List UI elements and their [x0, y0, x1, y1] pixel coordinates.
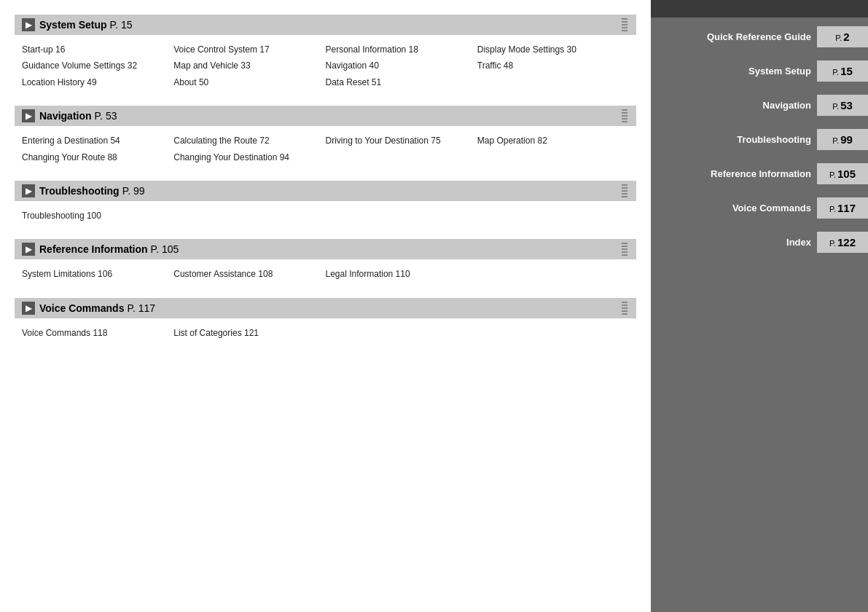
sidebar-entry-label: Navigation — [651, 100, 817, 111]
list-item — [477, 75, 629, 90]
list-item — [477, 267, 629, 281]
section-items-reference-information: System Limitations 106Customer Assistanc… — [15, 264, 636, 284]
sidebar-entry-label: Voice Commands — [651, 203, 817, 213]
list-item: Customer Assistance 108 — [173, 267, 325, 281]
list-item: Navigation 40 — [326, 58, 477, 73]
sidebar-entry-label: Reference Information — [651, 168, 817, 179]
section-header-title: Troubleshooting — [39, 185, 120, 197]
scroll-indicator — [620, 18, 629, 31]
scroll-indicator — [620, 184, 629, 197]
list-item: Display Mode Settings 30 — [477, 42, 629, 57]
sidebar-entry-page: P.122 — [817, 232, 868, 253]
section-items-system-setup: Start-up 16Voice Control System 17Person… — [15, 39, 636, 93]
list-item: Entering a Destination 54 — [22, 133, 173, 148]
section-navigation: ▶Navigation P. 53Entering a Destination … — [15, 106, 636, 168]
sidebar-divider — [651, 120, 868, 125]
section-voice-commands: ▶Voice Commands P. 117Voice Commands 118… — [15, 298, 636, 343]
section-header-page: P. 53 — [95, 110, 117, 122]
list-item: List of Categories 121 — [173, 326, 325, 340]
section-header-system-setup: ▶System Setup P. 15 — [15, 15, 636, 35]
sidebar-divider — [651, 223, 868, 227]
section-icon: ▶ — [22, 109, 35, 122]
list-item: Guidance Volume Settings 32 — [22, 58, 173, 73]
list-item: Personal Information 18 — [326, 42, 477, 57]
section-header-reference-information: ▶Reference Information P. 105 — [15, 239, 636, 259]
sidebar-entry-quick-reference[interactable]: Quick Reference GuideP.2 — [651, 26, 868, 47]
sidebar: Quick Reference GuideP.2System SetupP.15… — [651, 0, 868, 612]
sidebar-entry-page: P.15 — [817, 60, 868, 82]
list-item: Changing Your Route 88 — [22, 150, 173, 165]
section-system-setup: ▶System Setup P. 15Start-up 16Voice Cont… — [15, 15, 636, 93]
section-header-title: System Setup — [39, 19, 107, 31]
list-item: Calculating the Route 72 — [173, 133, 325, 148]
list-item: About 50 — [173, 75, 325, 90]
section-icon: ▶ — [22, 184, 35, 197]
section-items-troubleshooting: Troubleshooting 100 — [15, 205, 636, 226]
section-header-title: Navigation — [39, 110, 92, 122]
section-items-navigation: Entering a Destination 54Calculating the… — [15, 130, 636, 168]
sidebar-entries: Quick Reference GuideP.2System SetupP.15… — [651, 17, 868, 257]
main-content: ▶System Setup P. 15Start-up 16Voice Cont… — [0, 0, 651, 612]
sidebar-entry-index[interactable]: IndexP.122 — [651, 232, 868, 253]
scroll-indicator — [620, 109, 629, 122]
section-reference-information: ▶Reference Information P. 105System Limi… — [15, 239, 636, 284]
list-item: Data Reset 51 — [326, 75, 477, 90]
list-item — [477, 150, 629, 165]
list-item: Legal Information 110 — [326, 267, 477, 281]
scroll-indicator — [620, 302, 629, 315]
sidebar-entry-page: P.2 — [817, 26, 868, 47]
sidebar-entry-voice-commands[interactable]: Voice CommandsP.117 — [651, 197, 868, 219]
sidebar-entry-system-setup[interactable]: System SetupP.15 — [651, 60, 868, 82]
list-item: Traffic 48 — [477, 58, 629, 73]
sidebar-entry-label: Troubleshooting — [651, 134, 817, 145]
section-items-voice-commands: Voice Commands 118List of Categories 121 — [15, 323, 636, 343]
sidebar-divider — [651, 17, 868, 22]
section-troubleshooting: ▶Troubleshooting P. 99Troubleshooting 10… — [15, 181, 636, 226]
section-header-page: P. 99 — [122, 185, 145, 197]
section-icon: ▶ — [22, 243, 35, 256]
section-icon: ▶ — [22, 18, 35, 31]
sidebar-entry-reference-information[interactable]: Reference InformationP.105 — [651, 163, 868, 184]
section-header-page: P. 117 — [127, 302, 155, 314]
list-item: Location History 49 — [22, 75, 173, 90]
scroll-indicator — [620, 243, 629, 256]
section-header-voice-commands: ▶Voice Commands P. 117 — [15, 298, 636, 318]
sidebar-divider — [651, 52, 868, 56]
sidebar-entry-label: Index — [651, 237, 817, 248]
sidebar-entry-page: P.99 — [817, 129, 868, 150]
sidebar-entry-page: P.105 — [817, 163, 868, 184]
sidebar-divider — [651, 86, 868, 90]
section-icon: ▶ — [22, 302, 35, 315]
section-header-navigation: ▶Navigation P. 53 — [15, 106, 636, 126]
list-item: Troubleshooting 100 — [22, 208, 629, 223]
list-item: Voice Commands 118 — [22, 326, 173, 340]
section-header-title: Reference Information — [39, 243, 148, 255]
list-item: Driving to Your Destination 75 — [326, 133, 477, 148]
section-header-title: Voice Commands — [39, 302, 124, 314]
sidebar-entry-label: Quick Reference Guide — [651, 31, 817, 42]
list-item: Map Operation 82 — [477, 133, 629, 148]
section-header-troubleshooting: ▶Troubleshooting P. 99 — [15, 181, 636, 201]
list-item: Changing Your Destination 94 — [173, 150, 325, 165]
sidebar-divider — [651, 154, 868, 159]
section-header-page: P. 105 — [151, 243, 179, 255]
sidebar-title — [651, 0, 868, 17]
sidebar-divider — [651, 189, 868, 193]
list-item: Start-up 16 — [22, 42, 173, 57]
list-item — [326, 326, 477, 340]
section-header-page: P. 15 — [110, 19, 133, 31]
sidebar-entry-page: P.117 — [817, 197, 868, 219]
sidebar-entry-label: System Setup — [651, 66, 817, 76]
list-item — [326, 150, 477, 165]
list-item: System Limitations 106 — [22, 267, 173, 281]
sidebar-entry-troubleshooting[interactable]: TroubleshootingP.99 — [651, 129, 868, 150]
list-item: Map and Vehicle 33 — [173, 58, 325, 73]
list-item: Voice Control System 17 — [173, 42, 325, 57]
list-item — [477, 326, 629, 340]
sidebar-entry-page: P.53 — [817, 95, 868, 116]
sidebar-entry-navigation[interactable]: NavigationP.53 — [651, 95, 868, 116]
